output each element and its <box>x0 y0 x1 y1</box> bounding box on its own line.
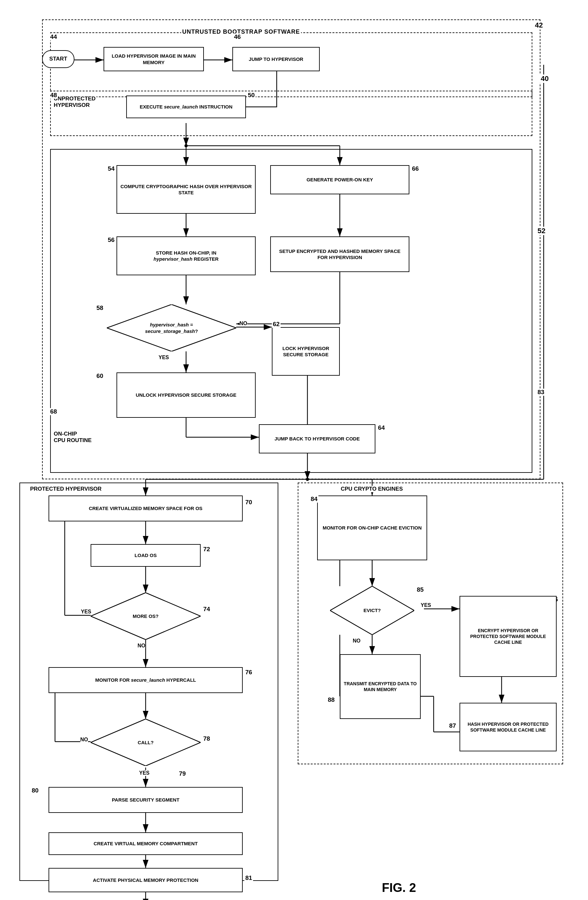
evict-label: EVICT? <box>364 607 381 614</box>
label-84: 84 <box>310 495 319 503</box>
label-58: 58 <box>96 304 104 312</box>
label-68: 68 <box>49 408 58 415</box>
label-64: 64 <box>377 424 386 431</box>
diagram: 42 UNTRUSTED BOOTSTRAP SOFTWARE 44 46 UN… <box>0 0 588 900</box>
compute-hash-box: COMPUTE CRYPTOGRAPHIC HASH OVER HYPERVIS… <box>116 165 256 214</box>
hash-equal-label: hypervisor_hash =secure_storage_hash? <box>145 321 198 334</box>
label-50: 50 <box>247 92 256 99</box>
create-virt-mem-label: CREATE VIRTUALIZED MEMORY SPACE FOR OS <box>89 505 202 512</box>
generate-key-label: GENERATE POWER-ON KEY <box>306 177 373 183</box>
setup-encrypted-box: SETUP ENCRYPTED AND HASHED MEMORY SPACE … <box>270 236 409 272</box>
label-62: 62 <box>272 321 280 328</box>
label-87: 87 <box>448 722 457 729</box>
yes-label-call: YES <box>139 770 150 776</box>
monitor-secure-label: MONITOR FOR secure_launch HYPERCALL <box>95 677 196 683</box>
evict-diamond: EVICT? <box>330 586 414 635</box>
lock-storage-label: LOCK HYPERVISOR SECURE STORAGE <box>276 345 336 358</box>
label-40: 40 <box>540 74 549 83</box>
label-60: 60 <box>96 372 104 380</box>
on-chip-text: ON-CHIPCPU ROUTINE <box>54 431 91 443</box>
no-label-hash: NO <box>240 321 247 326</box>
label-72: 72 <box>202 546 211 553</box>
create-virtual-label: CREATE VIRTUAL MEMORY COMPARTMENT <box>93 840 198 847</box>
label-70: 70 <box>244 499 253 506</box>
label-85: 85 <box>416 586 425 593</box>
load-hypervisor-label: LOAD HYPERVISOR IMAGE IN MAIN MEMORY <box>107 53 200 65</box>
label-79: 79 <box>178 770 187 777</box>
monitor-secure-box: MONITOR FOR secure_launch HYPERCALL <box>48 667 243 693</box>
transmit-encrypted-label: TRANSMIT ENCRYPTED DATA TO MAIN MEMORY <box>344 681 417 692</box>
parse-security-box: PARSE SECURITY SEGMENT <box>48 787 243 813</box>
activate-physical-label: ACTIVATE PHYSICAL MEMORY PROTECTION <box>93 877 198 883</box>
label-83: 83 <box>537 389 545 396</box>
yes-label-evict: YES <box>421 602 431 608</box>
start-label: START <box>49 55 67 62</box>
label-78: 78 <box>202 735 211 742</box>
store-hash-box: STORE HASH ON-CHIP, INhypervisor_hash RE… <box>116 236 256 275</box>
no-label-evict: NO <box>353 638 361 644</box>
call-diamond: CALL? <box>91 719 201 766</box>
more-os-label: MORE OS? <box>133 613 159 619</box>
create-virt-mem-box: CREATE VIRTUALIZED MEMORY SPACE FOR OS <box>48 495 243 521</box>
fig-label: FIG. 2 <box>382 881 416 895</box>
label-48: 48 <box>49 92 58 99</box>
store-hash-label: STORE HASH ON-CHIP, INhypervisor_hash RE… <box>154 250 219 262</box>
load-hypervisor-box: LOAD HYPERVISOR IMAGE IN MAIN MEMORY <box>104 47 204 71</box>
jump-back-label: JUMP BACK TO HYPERVISOR CODE <box>274 436 359 442</box>
yes-label-hash: YES <box>159 355 169 360</box>
jump-hypervisor-box: JUMP TO HYPERVISOR <box>232 47 320 71</box>
unprotected-text: UNPROTECTEDHYPERVISOR <box>54 96 96 108</box>
unlock-storage-label: UNLOCK HYPERVISOR SECURE STORAGE <box>136 392 236 398</box>
cpu-crypto-label: CPU CRYPTO ENGINES <box>340 486 404 492</box>
hash-equal-diamond: hypervisor_hash =secure_storage_hash? <box>107 304 236 351</box>
label-74: 74 <box>202 606 211 613</box>
transmit-encrypted-box: TRANSMIT ENCRYPTED DATA TO MAIN MEMORY <box>340 654 421 719</box>
monitor-cache-label: MONITOR FOR ON-CHIP CACHE EVICTION <box>323 524 422 531</box>
no-label-call: NO <box>80 737 88 743</box>
execute-secure-label: EXECUTE secure_launch INSTRUCTION <box>140 104 233 110</box>
protected-hypervisor-label: PROTECTED HYPERVISOR <box>29 486 102 492</box>
label-88: 88 <box>327 696 336 703</box>
label-54: 54 <box>107 165 116 172</box>
jump-hypervisor-label: JUMP TO HYPERVISOR <box>249 56 303 62</box>
unprotected-hypervisor-region <box>50 91 532 136</box>
start-node: START <box>42 50 74 68</box>
compute-hash-label: COMPUTE CRYPTOGRAPHIC HASH OVER HYPERVIS… <box>121 183 252 196</box>
no-label-more-os: NO <box>138 643 145 649</box>
label-42: 42 <box>534 21 544 29</box>
label-66: 66 <box>411 165 420 172</box>
on-chip-cpu-label: ON-CHIPCPU ROUTINE <box>53 431 93 444</box>
label-80: 80 <box>31 787 39 794</box>
label-46: 46 <box>233 33 242 40</box>
load-os-box: LOAD OS <box>91 544 201 567</box>
generate-key-box: GENERATE POWER-ON KEY <box>270 165 409 194</box>
yes-label-more-os: YES <box>81 609 91 614</box>
unprotected-hypervisor-label: UNPROTECTEDHYPERVISOR <box>53 96 96 109</box>
call-label: CALL? <box>138 739 153 746</box>
more-os-diamond: MORE OS? <box>91 593 201 639</box>
label-44: 44 <box>49 33 58 40</box>
label-52: 52 <box>537 227 546 235</box>
encrypt-hypervisor-label: ENCRYPT HYPERVISOR OR PROTECTED SOFTWARE… <box>463 628 553 646</box>
jump-back-box: JUMP BACK TO HYPERVISOR CODE <box>259 424 375 453</box>
hash-hypervisor-box: HASH HYPERVISOR OR PROTECTED SOFTWARE MO… <box>460 703 557 751</box>
label-81: 81 <box>244 874 253 881</box>
encrypt-hypervisor-box: ENCRYPT HYPERVISOR OR PROTECTED SOFTWARE… <box>460 596 557 677</box>
lock-storage-box: LOCK HYPERVISOR SECURE STORAGE <box>272 327 340 376</box>
unlock-storage-box: UNLOCK HYPERVISOR SECURE STORAGE <box>116 372 256 418</box>
label-76: 76 <box>244 669 253 676</box>
setup-encrypted-label: SETUP ENCRYPTED AND HASHED MEMORY SPACE … <box>274 248 405 261</box>
monitor-cache-box: MONITOR FOR ON-CHIP CACHE EVICTION <box>317 495 427 560</box>
execute-secure-box: EXECUTE secure_launch INSTRUCTION <box>126 96 246 118</box>
parse-security-label: PARSE SECURITY SEGMENT <box>112 797 179 803</box>
label-56: 56 <box>107 236 116 244</box>
load-os-label: LOAD OS <box>135 552 156 559</box>
create-virtual-box: CREATE VIRTUAL MEMORY COMPARTMENT <box>48 832 243 855</box>
activate-physical-box: ACTIVATE PHYSICAL MEMORY PROTECTION <box>48 868 243 892</box>
hash-hypervisor-label: HASH HYPERVISOR OR PROTECTED SOFTWARE MO… <box>463 721 553 733</box>
